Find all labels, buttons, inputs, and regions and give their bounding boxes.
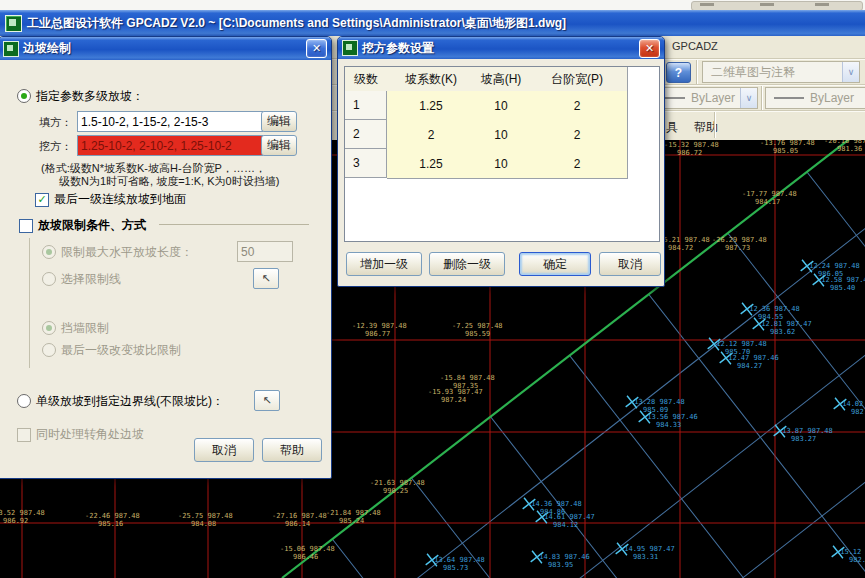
cad-coordinate-label: -13.76 987.48985.05 xyxy=(760,140,815,155)
cad-coordinate-label: -22.46 987.48985.16 xyxy=(85,512,140,528)
ok-button[interactable]: 确定 xyxy=(519,252,591,276)
cell-h[interactable]: 10 xyxy=(475,91,528,121)
checkbox-slope-limit[interactable]: 放坡限制条件、方式 xyxy=(19,217,146,234)
window-title: 工业总图设计软件 GPCADZ V2.0 ~ [C:\Documents and… xyxy=(27,15,566,32)
menu-row: 具 帮助 xyxy=(662,114,865,140)
cad-coordinate-label: -23.52 987.48986.92 xyxy=(0,509,45,525)
radio-change-slope-ratio[interactable]: 最后一级改变坡比限制 xyxy=(42,342,181,359)
radio-icon xyxy=(17,89,31,103)
slope-dialog-title: 边坡绘制 xyxy=(23,40,71,57)
cancel-button[interactable]: 取消 xyxy=(194,438,254,462)
cad-coordinate-label: -20.18 987.48981.36 xyxy=(824,140,865,153)
radio-retaining-wall-limit[interactable]: 挡墙限制 xyxy=(42,320,109,337)
excavation-dialog: 挖方参数设置 ✕ 级数 坡系数(K) 坡高(H) 台阶宽(P) 1 1.25 1… xyxy=(337,36,665,287)
cell-h[interactable]: 10 xyxy=(475,149,528,179)
cell-h[interactable]: 10 xyxy=(475,120,528,150)
column-header: 级数 xyxy=(345,67,388,92)
help-button[interactable]: ? xyxy=(666,62,691,83)
slope-dialog-body: 指定参数多级放坡： 填方： 1.5-10-2, 1-15-2, 2-15-3 编… xyxy=(0,60,331,478)
cad-coordinate-label: -14.02 987.46982.74 xyxy=(838,400,865,416)
cell-k[interactable]: 1.25 xyxy=(387,91,476,121)
cad-coordinate-label: -13.64 987.48985.73 xyxy=(430,556,485,572)
checkbox-icon xyxy=(17,428,31,442)
pick-icon: ↖ xyxy=(261,272,270,285)
radio-icon xyxy=(42,321,56,335)
cad-coordinate-label: -7.25 987.48985.59 xyxy=(452,322,503,338)
help-button[interactable]: 帮助 xyxy=(262,438,322,462)
linetype-dropdown-1[interactable]: ByLayer ∨ xyxy=(655,87,758,109)
radio-select-limit-line[interactable]: 选择限制线 xyxy=(42,271,121,288)
chevron-down-icon[interactable]: ∨ xyxy=(842,62,859,82)
cad-coordinate-label: -17.77 987.48984.17 xyxy=(742,190,797,206)
screen: { "window": { "title": "工业总图设计软件 GPCADZ … xyxy=(0,0,865,578)
row-level: 2 xyxy=(345,120,387,149)
pick-icon: ↖ xyxy=(262,394,271,407)
cell-k[interactable]: 1.25 xyxy=(387,149,476,179)
cad-coordinate-label: -14.61 987.47984.12 xyxy=(540,513,595,529)
cad-coordinate-label: -14.95 987.47983.31 xyxy=(620,545,675,561)
cad-coordinate-label: -15.32 987.48986.72 xyxy=(664,141,719,157)
cad-coordinate-label: -12.39 987.48986.77 xyxy=(352,322,407,338)
slope-dialog-title-bar[interactable]: 边坡绘制 ✕ xyxy=(0,37,331,60)
cad-coordinate-label: -21.63 987.48990.25 xyxy=(370,479,425,495)
close-icon: ✕ xyxy=(312,42,321,55)
radio-icon xyxy=(17,394,31,408)
radio-single-level-to-boundary[interactable]: 单级放坡到指定边界线(不限坡比)： xyxy=(17,393,224,410)
gpcadz-app-icon xyxy=(5,15,22,32)
slope-dialog: 边坡绘制 ✕ 指定参数多级放坡： 填方： 1.5-10-2, 1-15-2, 2… xyxy=(0,36,332,479)
cancel-button[interactable]: 取消 xyxy=(599,252,661,276)
fill-input[interactable]: 1.5-10-2, 1-15-2, 2-15-3 xyxy=(77,111,263,132)
main-title-bar[interactable]: 工业总图设计软件 GPCADZ V2.0 ~ [C:\Documents and… xyxy=(0,10,865,36)
menubar-brand-label: GPCADZ xyxy=(672,40,718,52)
checkbox-handle-corners[interactable]: 同时处理转角处边坡 xyxy=(17,426,144,443)
limit-options-group: 限制最大水平放坡长度： 50 选择限制线 ↖ 挡墙限制 最后一级改变坡比限制 xyxy=(29,238,310,368)
cut-input[interactable]: 1.25-10-2, 2-10-2, 1.25-10-2 xyxy=(77,135,263,156)
check-icon: ✓ xyxy=(37,193,46,206)
fill-label: 填方： xyxy=(39,115,72,130)
radio-icon xyxy=(42,272,56,286)
chevron-down-icon[interactable]: ∨ xyxy=(740,88,757,108)
workspace-dropdown[interactable]: 二维草图与注释 ∨ xyxy=(702,61,860,83)
cad-coordinate-label: -15.93 987.47987.24 xyxy=(428,388,483,404)
excavation-dialog-title-bar[interactable]: 挖方参数设置 ✕ xyxy=(338,37,664,59)
fill-value: 1.5-10-2, 1-15-2, 2-15-3 xyxy=(81,115,208,129)
fill-edit-button[interactable]: 编辑 xyxy=(261,111,297,132)
radio-max-horizontal-length[interactable]: 限制最大水平放坡长度： xyxy=(42,244,193,261)
radio-icon xyxy=(42,343,56,357)
cad-coordinate-label: -15.12 987.48982.58 xyxy=(836,548,865,564)
excavation-dialog-body: 级数 坡系数(K) 坡高(H) 台阶宽(P) 1 1.25 10 2 2 2 1… xyxy=(338,59,664,286)
row-level: 1 xyxy=(345,91,387,120)
boundary-pick-button[interactable]: ↖ xyxy=(254,390,280,411)
excavation-dialog-title: 挖方参数设置 xyxy=(362,40,434,57)
close-button[interactable]: ✕ xyxy=(639,39,660,58)
cell-p[interactable]: 2 xyxy=(527,149,628,179)
add-level-button[interactable]: 增加一级 xyxy=(346,252,422,276)
delete-level-button[interactable]: 删除一级 xyxy=(429,252,505,276)
background-window-strip xyxy=(0,0,865,10)
cad-coordinate-label: -27.16 987.48986.14 xyxy=(272,512,327,528)
linetype-dropdown-2[interactable]: ByLayer xyxy=(765,87,865,109)
menu-item-tools-partial[interactable]: 具 xyxy=(666,119,678,136)
question-icon: ? xyxy=(675,66,682,80)
max-length-input[interactable]: 50 xyxy=(237,241,293,262)
radio-multi-level-slope[interactable]: 指定参数多级放坡： xyxy=(17,88,144,105)
checkbox-icon: ✓ xyxy=(35,193,49,207)
parameters-table: 级数 坡系数(K) 坡高(H) 台阶宽(P) 1 1.25 10 2 2 2 1… xyxy=(344,66,660,242)
format-note-line2: 级数N为1时可省略, 坡度=1:K, K为0时设挡墙) xyxy=(59,174,279,189)
cell-p[interactable]: 2 xyxy=(527,120,628,150)
cad-coordinate-label: -25.75 987.48984.08 xyxy=(178,512,233,528)
cell-k[interactable]: 2 xyxy=(387,120,476,150)
line-swatch xyxy=(663,97,685,99)
cell-p[interactable]: 2 xyxy=(527,91,628,121)
cut-value: 1.25-10-2, 2-10-2, 1.25-10-2 xyxy=(81,139,232,153)
column-header: 坡高(H) xyxy=(475,67,528,92)
close-button[interactable]: ✕ xyxy=(306,39,327,58)
cad-coordinate-label: -13.56 987.46984.33 xyxy=(643,413,698,429)
line-swatch xyxy=(774,97,804,99)
checkbox-last-level-to-ground[interactable]: ✓ 最后一级连续放坡到地面 xyxy=(35,191,186,208)
checkbox-icon xyxy=(19,219,33,233)
linetype-1-value: ByLayer xyxy=(691,91,735,105)
column-header: 台阶宽(P) xyxy=(527,67,628,92)
select-limit-line-pick-button[interactable]: ↖ xyxy=(253,268,279,289)
cut-edit-button[interactable]: 编辑 xyxy=(261,135,297,156)
